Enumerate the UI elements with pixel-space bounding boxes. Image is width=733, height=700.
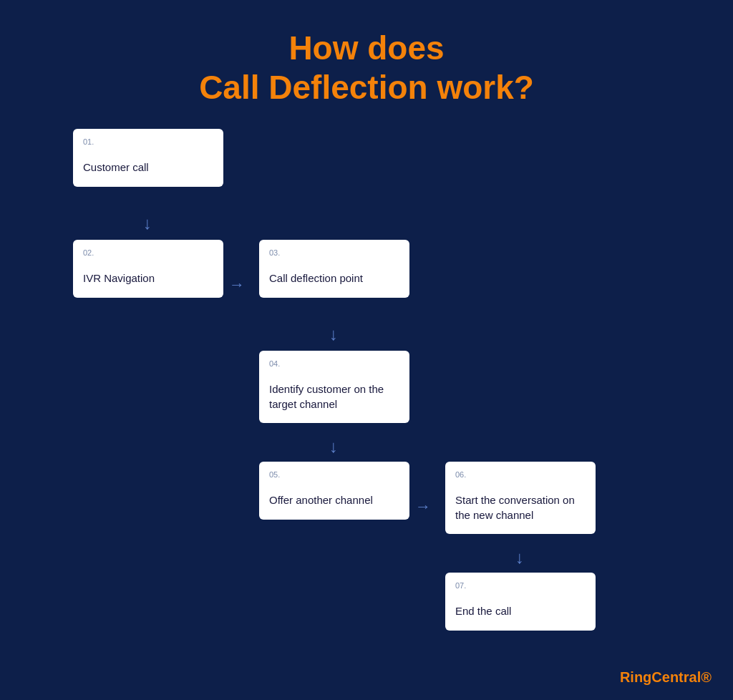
card-03-number: 03.: [269, 248, 399, 257]
card-03-label: Call deflection point: [269, 271, 399, 286]
card-02: 02. IVR Navigation: [73, 240, 223, 297]
card-06-number: 06.: [455, 470, 586, 479]
card-06-label: Start the conversation on the new channe…: [455, 493, 586, 522]
arrow-01-02: ↓: [143, 213, 152, 233]
arrow-04-05: ↓: [329, 437, 338, 457]
card-07-number: 07.: [455, 581, 586, 590]
card-05-label: Offer another channel: [269, 493, 399, 507]
card-06: 06. Start the conversation on the new ch…: [445, 462, 596, 534]
card-01: 01. Customer call: [73, 129, 223, 186]
title-section: How does Call Deflection work?: [199, 29, 534, 107]
card-02-number: 02.: [83, 248, 213, 257]
page-container: How does Call Deflection work? 01. Custo…: [0, 0, 733, 700]
card-07-label: End the call: [455, 604, 586, 618]
brand-logo: RingCentral®: [620, 669, 712, 686]
card-03: 03. Call deflection point: [259, 240, 409, 297]
arrow-06-07: ↓: [515, 548, 524, 568]
arrow-05-06: →: [415, 497, 431, 516]
brand-trademark: ®: [701, 669, 712, 685]
card-04-label: Identify customer on the target channel: [269, 382, 399, 412]
arrow-03-04: ↓: [329, 324, 338, 344]
card-04: 04. Identify customer on the target chan…: [259, 351, 409, 423]
brand-name: RingCentral: [620, 669, 701, 685]
flow-container: 01. Customer call ↓ 02. IV: [52, 129, 681, 700]
card-07: 07. End the call: [445, 573, 596, 630]
card-05: 05. Offer another channel: [259, 462, 409, 519]
card-01-label: Customer call: [83, 160, 213, 175]
title-line2: Call Deflection work?: [199, 68, 534, 107]
arrow-02-03: →: [229, 276, 245, 294]
card-01-number: 01.: [83, 137, 213, 146]
card-02-label: IVR Navigation: [83, 271, 213, 286]
card-05-number: 05.: [269, 470, 399, 479]
title-line1: How does: [199, 29, 534, 68]
card-04-number: 04.: [269, 359, 399, 368]
